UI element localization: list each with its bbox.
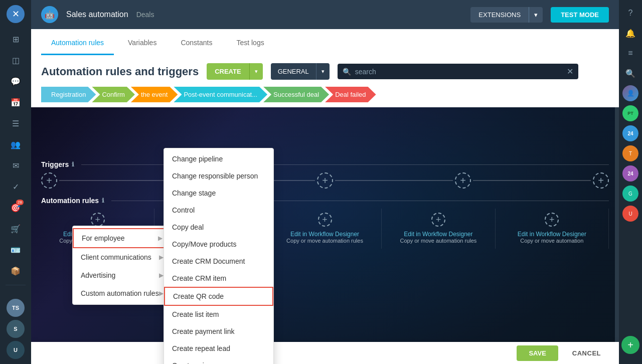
- right-avatar-teal[interactable]: G: [622, 186, 638, 202]
- right-icon-search[interactable]: 🔍: [622, 65, 638, 81]
- rule-col-5: + Edit in Workflow Designer Copy or move…: [496, 209, 609, 249]
- create-arrow-button[interactable]: ▾: [249, 63, 263, 80]
- stage-tab-confirm[interactable]: Confirm: [92, 87, 135, 102]
- rule-text-3[interactable]: Copy or move automation rules: [273, 238, 376, 244]
- automation-rules-label: Automation rules ℹ: [41, 197, 609, 205]
- stage-tab-event[interactable]: the event: [131, 87, 178, 102]
- submenu-arrow-advertising: ▶: [159, 272, 164, 279]
- right-icon-bell[interactable]: 🔔: [622, 25, 638, 41]
- rule-text-5[interactable]: Copy or move automation: [501, 238, 603, 244]
- stage-tab-post[interactable]: Post-event communicat...: [174, 87, 267, 102]
- rule-link-3[interactable]: Edit in Workflow Designer: [273, 231, 376, 238]
- general-button-group: GENERAL ▾: [271, 63, 330, 80]
- tab-constants[interactable]: Constants: [171, 32, 222, 55]
- app-subtitle: Deals: [136, 11, 154, 19]
- sidebar-icon-id[interactable]: 🪪: [7, 241, 25, 259]
- sidebar-icon-check[interactable]: ✓: [7, 177, 25, 196]
- sidebar-icon-tasks[interactable]: ☰: [7, 114, 25, 132]
- right-icon-feed[interactable]: ≡: [622, 45, 638, 61]
- rule-add-1[interactable]: +: [91, 213, 105, 227]
- sidebar-icon-box[interactable]: 📦: [7, 262, 25, 280]
- top-bar: 🤖 Sales automation Deals EXTENSIONS ▾ TE…: [31, 0, 619, 29]
- dropdown-item-copy-deal[interactable]: Copy deal: [164, 219, 273, 236]
- sidebar-separator: [6, 285, 26, 285]
- dropdown-item-change-responsible[interactable]: Change responsible person: [164, 167, 273, 185]
- search-input[interactable]: [355, 68, 563, 76]
- stage-tabs: Registration Confirm the event Post-even…: [41, 87, 609, 102]
- add-floating-button[interactable]: +: [621, 336, 639, 354]
- sidebar-icon-target[interactable]: 🎯 28: [7, 199, 25, 217]
- dropdown-item-change-stage[interactable]: Change stage: [164, 185, 273, 202]
- trigger-add-button-5[interactable]: +: [593, 172, 609, 189]
- rule-link-4[interactable]: Edit in Workflow Designer: [387, 231, 490, 238]
- dropdown-item-create-payment-link[interactable]: Create payment link: [164, 323, 273, 340]
- dropdown-item-create-qr-code[interactable]: Create QR code: [164, 287, 273, 306]
- right-icon-help[interactable]: ?: [622, 5, 638, 21]
- cancel-button[interactable]: CANCEL: [564, 345, 609, 361]
- submenu-item-advertising[interactable]: Advertising ▶: [73, 266, 172, 284]
- trigger-line-4: [473, 180, 591, 181]
- extensions-button[interactable]: EXTENSIONS: [470, 7, 529, 23]
- right-avatar-red[interactable]: U: [622, 206, 638, 222]
- triggers-row: + + + + +: [41, 172, 609, 189]
- sidebar-icon-calendar[interactable]: 📅: [7, 93, 25, 111]
- right-avatar-24-purple[interactable]: 24: [622, 165, 638, 181]
- tab-test-logs[interactable]: Test logs: [226, 32, 274, 55]
- create-button-group: CREATE ▾: [207, 63, 262, 80]
- dropdown-item-create-crm-document[interactable]: Create CRM Document: [164, 253, 273, 270]
- sidebar-icon-contacts[interactable]: 👥: [7, 135, 25, 153]
- main-dropdown: Change pipeline Change responsible perso…: [164, 148, 274, 364]
- sidebar-icon-cart[interactable]: 🛒: [7, 220, 25, 238]
- main-dropdown-container: Change pipeline Change responsible perso…: [164, 148, 274, 364]
- dropdown-item-create-repeat-lead[interactable]: Create repeat lead: [164, 340, 273, 357]
- sidebar-icon-chat[interactable]: 💬: [7, 72, 25, 90]
- triggers-section-label: Triggers ℹ: [41, 160, 609, 168]
- create-button[interactable]: CREATE: [207, 63, 249, 80]
- dropdown-item-copy-move-products[interactable]: Copy/Move products: [164, 236, 273, 253]
- sidebar-icon-mail[interactable]: ✉: [7, 156, 25, 174]
- tab-variables[interactable]: Variables: [118, 32, 167, 55]
- rule-add-3[interactable]: +: [318, 213, 332, 227]
- trigger-add-button[interactable]: +: [41, 172, 57, 189]
- stage-tab-failed[interactable]: Deal failed: [325, 87, 376, 102]
- sidebar-avatar-u[interactable]: U: [7, 341, 25, 359]
- sidebar-icon-home[interactable]: ⊞: [7, 30, 25, 48]
- submenu-item-for-employee[interactable]: For employee ▶: [73, 228, 172, 248]
- close-button[interactable]: ✕: [7, 5, 25, 23]
- rule-link-5[interactable]: Edit in Workflow Designer: [501, 231, 603, 238]
- dropdown-item-create-using-source[interactable]: Create using source: [164, 357, 273, 364]
- rule-add-5[interactable]: +: [545, 213, 559, 227]
- submenu-item-client-communications[interactable]: Client communications ▶: [73, 248, 172, 266]
- triggers-info-icon[interactable]: ℹ: [72, 161, 74, 168]
- dropdown-item-create-crm-item[interactable]: Create CRM item: [164, 270, 273, 287]
- sidebar-avatar-s[interactable]: S: [7, 320, 25, 338]
- dropdown-item-change-pipeline[interactable]: Change pipeline: [164, 150, 273, 167]
- tab-automation-rules[interactable]: Automation rules: [41, 32, 114, 55]
- rule-add-4[interactable]: +: [431, 213, 445, 227]
- trigger-line: [59, 180, 177, 181]
- app-logo: 🤖: [41, 6, 58, 23]
- stage-tab-registration[interactable]: Registration: [41, 87, 96, 102]
- stage-tab-success[interactable]: Successful deal: [263, 87, 329, 102]
- search-clear-icon[interactable]: ✕: [567, 67, 573, 76]
- test-mode-button[interactable]: TEST MODE: [551, 7, 609, 23]
- rule-text-4[interactable]: Copy or move automation rules: [387, 238, 490, 244]
- right-avatar-24-blue[interactable]: 24: [622, 125, 638, 141]
- right-avatar-main[interactable]: 👤: [622, 85, 638, 101]
- general-button[interactable]: GENERAL: [271, 63, 316, 80]
- general-arrow-button[interactable]: ▾: [316, 63, 330, 80]
- sidebar-icon-crm[interactable]: ◫: [7, 51, 25, 69]
- right-avatar-pt[interactable]: PT: [622, 105, 638, 121]
- extensions-arrow-button[interactable]: ▾: [529, 7, 543, 23]
- submenu-item-custom[interactable]: Custom automation rules ▶: [73, 284, 172, 302]
- save-button[interactable]: SAVE: [517, 345, 558, 361]
- automation-area: Automation rules and triggers CREATE ▾ G…: [31, 55, 619, 364]
- trigger-add-button-3[interactable]: +: [317, 172, 333, 189]
- trigger-add-button-4[interactable]: +: [455, 172, 471, 189]
- right-avatar-orange[interactable]: T: [622, 145, 638, 161]
- automation-rules-info-icon[interactable]: ℹ: [102, 197, 104, 204]
- dropdown-item-control[interactable]: Control: [164, 202, 273, 219]
- dropdown-item-create-list-item[interactable]: Create list item: [164, 306, 273, 323]
- sidebar-avatar-ts[interactable]: TS: [7, 299, 25, 317]
- submenu-arrow-for-employee: ▶: [158, 235, 163, 242]
